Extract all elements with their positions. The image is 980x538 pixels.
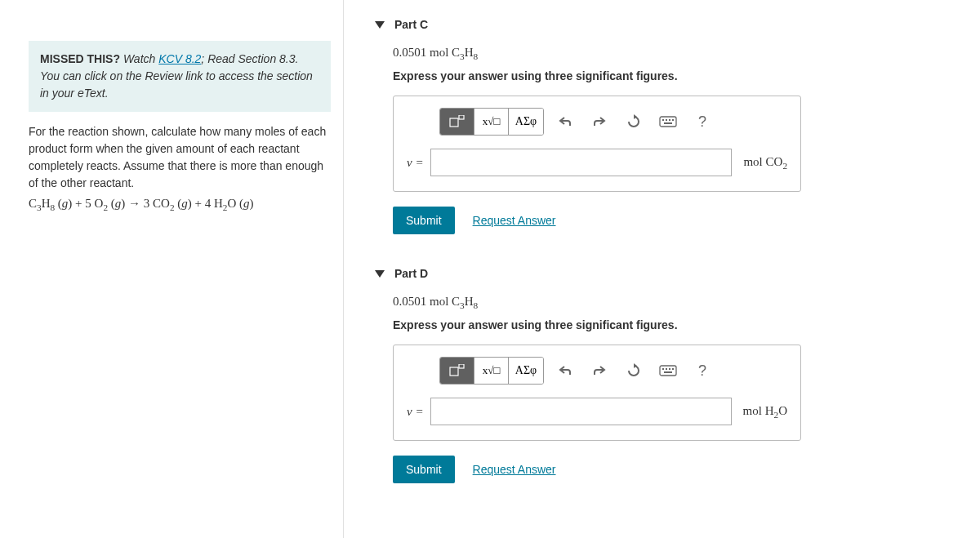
part-d-buttons: Submit Request Answer: [393, 456, 956, 483]
part-c-buttons: Submit Request Answer: [393, 207, 956, 234]
redo-icon[interactable]: [586, 109, 612, 135]
missed-italic: Watch KCV 8.2; Read Section 8.3.: [123, 52, 299, 65]
svg-rect-9: [459, 364, 464, 368]
undo-icon[interactable]: [552, 358, 578, 384]
svg-rect-12: [666, 368, 667, 370]
template-button[interactable]: [440, 109, 474, 135]
svg-rect-1: [459, 115, 464, 119]
part-c-input[interactable]: [430, 149, 733, 176]
svg-rect-2: [660, 117, 676, 127]
svg-rect-10: [660, 366, 676, 376]
part-c-request[interactable]: Request Answer: [473, 214, 556, 227]
greek-button[interactable]: ΑΣφ: [509, 358, 543, 384]
greek-button[interactable]: ΑΣφ: [509, 109, 543, 135]
kcv-link[interactable]: KCV 8.2: [158, 52, 201, 65]
reaction-equation: C3H8 (g) + 5 O2 (g) → 3 CO2 (g) + 4 H2O …: [29, 197, 331, 212]
svg-rect-5: [669, 119, 670, 121]
part-d-request[interactable]: Request Answer: [473, 463, 556, 476]
keyboard-icon[interactable]: [655, 109, 681, 135]
help-icon[interactable]: ?: [689, 358, 715, 384]
part-c-answer-box: x√□ ΑΣφ ?: [393, 96, 801, 192]
missed-label: MISSED THIS?: [40, 52, 120, 65]
part-c-title: Part C: [394, 18, 428, 31]
part-d-input-row: ν = mol H2O: [407, 398, 787, 425]
part-d-title: Part D: [394, 267, 428, 280]
math-button[interactable]: x√□: [474, 358, 509, 384]
format-group: x√□ ΑΣφ: [439, 108, 544, 136]
template-button[interactable]: [440, 358, 474, 384]
problem-sidebar: MISSED THIS? Watch KCV 8.2; Read Section…: [0, 0, 343, 538]
part-d-var: ν =: [407, 405, 424, 419]
collapse-icon: [375, 270, 385, 278]
template-icon: [449, 364, 466, 377]
svg-rect-4: [666, 119, 667, 121]
part-d-unit: mol H2O: [743, 404, 787, 420]
svg-rect-8: [450, 367, 458, 376]
svg-rect-14: [672, 368, 674, 370]
svg-rect-6: [672, 119, 674, 121]
part-c-toolbar: x√□ ΑΣφ ?: [439, 108, 787, 136]
svg-rect-0: [450, 118, 458, 127]
part-d-instruction: Express your answer using three signific…: [393, 318, 956, 331]
svg-rect-7: [664, 122, 672, 124]
part-c-var: ν =: [407, 156, 424, 170]
part-c-input-row: ν = mol CO2: [407, 149, 787, 176]
missed-this-box: MISSED THIS? Watch KCV 8.2; Read Section…: [29, 41, 331, 112]
radical-icon: x√□: [483, 115, 501, 128]
part-c-header[interactable]: Part C: [375, 18, 956, 31]
keyboard-icon[interactable]: [655, 358, 681, 384]
part-c: Part C 0.0501 mol C3H8 Express your answ…: [393, 18, 956, 234]
svg-rect-13: [669, 368, 670, 370]
part-c-instruction: Express your answer using three signific…: [393, 69, 956, 82]
part-c-given: 0.0501 mol C3H8: [393, 46, 956, 61]
radical-icon: x√□: [483, 364, 501, 377]
collapse-icon: [375, 21, 385, 29]
part-d-header[interactable]: Part D: [375, 267, 956, 280]
math-button[interactable]: x√□: [474, 109, 509, 135]
part-c-submit[interactable]: Submit: [393, 207, 455, 234]
template-icon: [449, 115, 466, 128]
part-d-answer-box: x√□ ΑΣφ ?: [393, 345, 801, 441]
question-text: For the reaction shown, calculate how ma…: [29, 123, 331, 192]
svg-rect-11: [662, 368, 664, 370]
format-group: x√□ ΑΣφ: [439, 357, 544, 385]
reset-icon[interactable]: [621, 109, 647, 135]
redo-icon[interactable]: [586, 358, 612, 384]
help-icon[interactable]: ?: [689, 109, 715, 135]
part-d-submit[interactable]: Submit: [393, 456, 455, 483]
part-c-unit: mol CO2: [743, 155, 787, 171]
svg-rect-3: [662, 119, 664, 121]
part-d-given: 0.0501 mol C3H8: [393, 295, 956, 310]
svg-rect-15: [664, 371, 672, 373]
reset-icon[interactable]: [621, 358, 647, 384]
part-d-toolbar: x√□ ΑΣφ ?: [439, 357, 787, 385]
hint-text: You can click on the Review link to acce…: [40, 69, 313, 100]
part-d-input[interactable]: [430, 398, 732, 425]
part-d: Part D 0.0501 mol C3H8 Express your answ…: [393, 267, 956, 483]
undo-icon[interactable]: [552, 109, 578, 135]
answer-panel: Part C 0.0501 mol C3H8 Express your answ…: [343, 0, 980, 538]
